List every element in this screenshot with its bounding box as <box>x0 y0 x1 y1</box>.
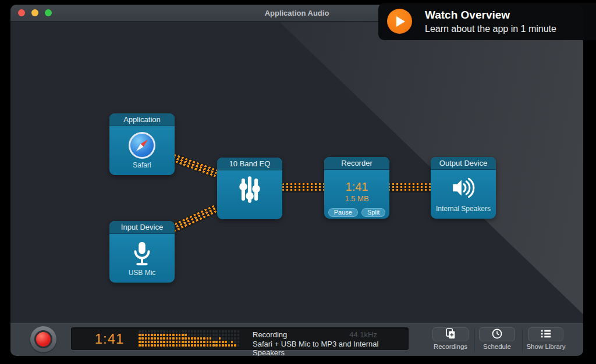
pause-button[interactable]: Pause <box>328 208 358 217</box>
recorder-block-header: Recorder <box>324 157 389 170</box>
recorder-block[interactable]: Recorder 1:41 1.5 MB Pause Split <box>324 157 389 219</box>
recordings-button-label: Recordings <box>424 343 477 350</box>
canvas-highlight-sweep <box>10 22 583 323</box>
connection-application-to-eq <box>171 154 218 177</box>
app-window: Application Audio Application Safari In <box>10 5 583 356</box>
eq-block[interactable]: 10 Band EQ <box>217 158 282 219</box>
recorder-file-size: 1.5 MB <box>324 194 389 203</box>
vu-meter <box>139 330 240 348</box>
status-title: Recording <box>253 330 287 339</box>
output-device-block-label: Internal Speakers <box>431 205 496 213</box>
output-device-block[interactable]: Output Device Internal Speakers <box>431 157 496 219</box>
connection-eq-to-recorder <box>282 183 326 192</box>
bottom-toolbar: 1:41 Recording 44.1kHz Safari + USB Mic … <box>10 323 583 356</box>
list-icon <box>540 328 552 341</box>
speaker-icon <box>431 174 496 201</box>
show-library-button-label: Show Library <box>519 343 573 350</box>
input-device-block-label: USB Mic <box>109 269 175 277</box>
pipeline-canvas: Application Safari Input Device <box>10 22 583 323</box>
recorder-time: 1:41 <box>324 180 389 194</box>
watch-overview-popover[interactable]: Watch Overview Learn about the app in 1 … <box>378 3 596 40</box>
connection-recorder-to-output-device <box>388 183 432 192</box>
output-device-block-header: Output Device <box>431 157 496 170</box>
play-icon[interactable] <box>387 9 412 34</box>
recordings-icon <box>444 327 457 342</box>
show-library-button[interactable] <box>528 327 563 341</box>
sample-rate: 44.1kHz <box>349 330 377 339</box>
recordings-button[interactable] <box>432 327 469 341</box>
connection-input-device-to-eq <box>171 205 219 233</box>
microphone-icon <box>109 240 175 267</box>
eq-block-header: 10 Band EQ <box>217 158 282 170</box>
application-block-label: Safari <box>109 161 175 169</box>
recording-timer: 1:41 <box>86 331 133 347</box>
clock-icon <box>491 328 503 341</box>
overview-subtitle: Learn about the app in 1 minute <box>425 24 556 34</box>
schedule-button-label: Schedule <box>471 343 523 350</box>
record-icon <box>34 330 52 348</box>
safari-icon <box>109 132 175 159</box>
status-display: 1:41 Recording 44.1kHz Safari + USB Mic … <box>71 327 409 350</box>
input-device-block[interactable]: Input Device USB Mic <box>109 221 175 283</box>
overview-title: Watch Overview <box>425 9 510 22</box>
status-detail: Safari + USB Mic to MP3 and Internal Spe… <box>253 340 409 356</box>
record-button[interactable] <box>30 326 56 352</box>
equalizer-sliders-icon <box>217 174 282 205</box>
application-block-header: Application <box>109 113 175 126</box>
schedule-button[interactable] <box>479 327 515 341</box>
application-block[interactable]: Application Safari <box>109 113 175 175</box>
input-device-block-header: Input Device <box>109 221 175 234</box>
split-button[interactable]: Split <box>361 208 385 217</box>
